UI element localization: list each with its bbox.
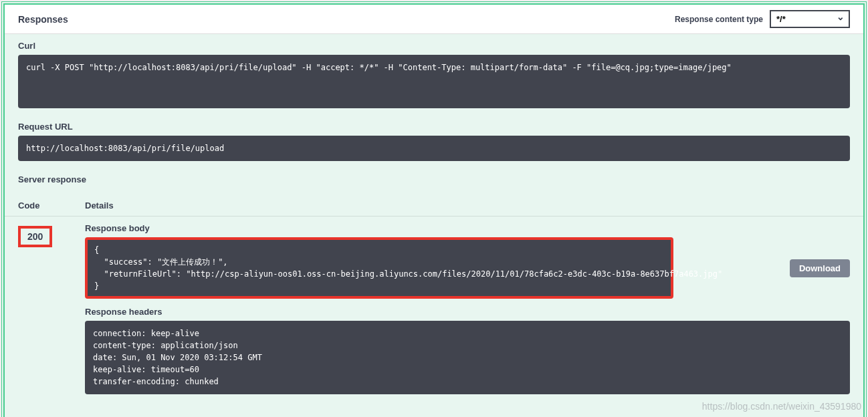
details-header: Details <box>85 200 850 211</box>
responses-header: Responses Response content type */* <box>5 5 863 34</box>
server-response-row: 200 Response body { "success": "文件上传成功！"… <box>5 217 863 409</box>
request-url-value: http://localhost:8083/api/pri/file/uploa… <box>18 136 850 161</box>
server-response-table-header: Code Details <box>5 195 863 217</box>
code-header: Code <box>18 200 85 211</box>
response-body-label: Response body <box>85 223 850 233</box>
responses-title: Responses <box>18 14 68 25</box>
response-headers-value: connection: keep-alive content-type: app… <box>85 321 850 394</box>
response-body-text: { "success": "文件上传成功！", "returnFileUrl":… <box>94 244 664 292</box>
server-response-label: Server response <box>18 174 850 184</box>
request-url-label: Request URL <box>18 122 850 132</box>
curl-label: Curl <box>18 41 850 51</box>
content-type-label: Response content type <box>675 15 763 24</box>
response-body-box: { "success": "文件上传成功！", "returnFileUrl":… <box>85 237 673 299</box>
content-type-select[interactable]: */* <box>770 10 850 28</box>
status-code: 200 <box>18 226 52 247</box>
response-headers-label: Response headers <box>85 307 850 317</box>
status-code-cell: 200 <box>18 223 85 247</box>
curl-command: curl -X POST "http://localhost:8083/api/… <box>18 55 850 108</box>
download-button[interactable]: Download <box>790 259 850 277</box>
